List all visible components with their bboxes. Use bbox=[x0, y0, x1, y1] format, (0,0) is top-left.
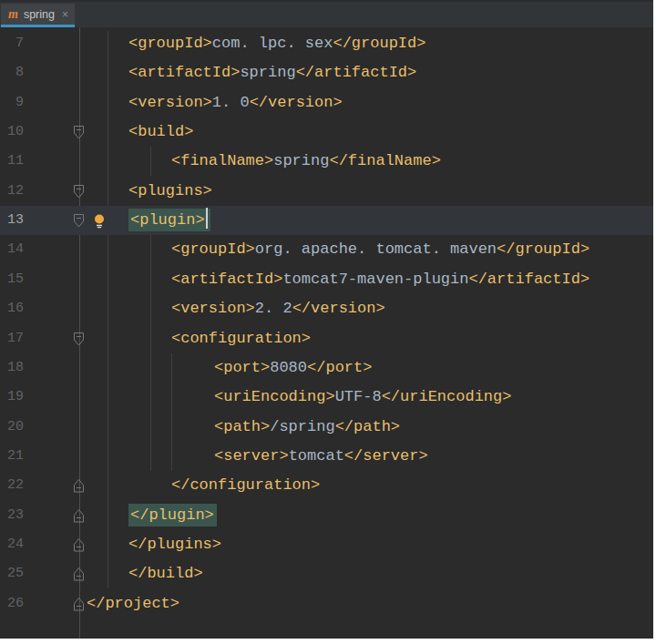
code-line[interactable]: 19<uriEncoding>UTF-8</uriEncoding> bbox=[0, 383, 653, 412]
code-line[interactable]: 23</plugin> bbox=[0, 501, 653, 530]
line-number: 8 bbox=[0, 58, 24, 87]
xml-value: /spring bbox=[270, 418, 334, 435]
line-number: 15 bbox=[0, 265, 24, 294]
fold-expand-icon[interactable] bbox=[73, 537, 86, 553]
xml-tag: </port> bbox=[307, 359, 372, 376]
code-line[interactable]: 12<plugins> bbox=[0, 177, 653, 206]
code-line[interactable]: 20<path>/spring</path> bbox=[0, 413, 653, 442]
maven-icon: m bbox=[8, 8, 18, 21]
line-number: 22 bbox=[0, 471, 24, 500]
code-line[interactable]: 18<port>8080</port> bbox=[0, 353, 653, 383]
code-text: </configuration> bbox=[171, 471, 320, 500]
close-icon[interactable]: × bbox=[62, 8, 68, 21]
code-text: <version>2. 2</version> bbox=[171, 294, 385, 323]
fold-collapse-icon[interactable] bbox=[73, 213, 86, 229]
code-text: <plugin> bbox=[128, 206, 210, 235]
code-line[interactable]: 24</plugins> bbox=[0, 530, 653, 559]
xml-tag: </groupId> bbox=[333, 35, 425, 52]
code-line[interactable]: 7<groupId>com. lpc. sex</groupId> bbox=[0, 29, 653, 58]
line-number: 14 bbox=[0, 235, 24, 264]
xml-tag: <groupId> bbox=[171, 240, 255, 258]
xml-tag: </uriEncoding> bbox=[382, 388, 512, 405]
code-text: </build> bbox=[128, 559, 203, 588]
xml-tag: </plugins> bbox=[128, 536, 221, 553]
code-line[interactable]: 16<version>2. 2</version> bbox=[0, 294, 653, 323]
code-text: <path>/spring</path> bbox=[214, 413, 400, 442]
code-text: <build> bbox=[128, 118, 193, 147]
xml-tag: <groupId> bbox=[128, 35, 212, 52]
code-line[interactable]: 15<artifactId>tomcat7-maven-plugin</arti… bbox=[0, 265, 653, 294]
code-text: </plugins> bbox=[128, 530, 221, 559]
xml-tag: </artifactId> bbox=[468, 271, 589, 288]
xml-tag: </groupId> bbox=[497, 240, 589, 258]
code-line[interactable]: 11<finalName>spring</finalName> bbox=[0, 147, 653, 176]
code-text: <uriEncoding>UTF-8</uriEncoding> bbox=[214, 383, 511, 412]
xml-tag: <server> bbox=[214, 447, 289, 465]
line-number: 7 bbox=[0, 29, 24, 58]
xml-tag: </path> bbox=[335, 418, 400, 435]
code-text: <plugins> bbox=[128, 177, 212, 206]
code-line[interactable]: 14<groupId>org. apache. tomcat. maven</g… bbox=[0, 235, 653, 264]
xml-tag: <version> bbox=[171, 300, 255, 317]
code-line[interactable]: 25</build> bbox=[0, 559, 653, 588]
code-line[interactable]: 10<build> bbox=[0, 118, 653, 147]
fold-expand-icon[interactable] bbox=[73, 478, 86, 494]
line-number: 12 bbox=[0, 177, 24, 206]
screenshot: m spring × 7<groupId>com. lpc. sex</grou… bbox=[0, 0, 656, 644]
xml-tag: <uriEncoding> bbox=[214, 388, 335, 405]
fold-expand-icon[interactable] bbox=[73, 597, 86, 612]
code-text: <finalName>spring</finalName> bbox=[171, 147, 441, 176]
xml-tag: </configuration> bbox=[171, 476, 320, 494]
line-number: 17 bbox=[0, 324, 24, 353]
xml-value: 8080 bbox=[270, 359, 307, 376]
code-line[interactable]: 13<plugin> bbox=[0, 206, 653, 235]
tab-spring[interactable]: m spring × bbox=[1, 4, 75, 27]
xml-tag: <version> bbox=[128, 94, 212, 111]
fold-collapse-icon[interactable] bbox=[73, 125, 86, 140]
fold-collapse-icon[interactable] bbox=[73, 184, 86, 199]
matched-xml-tag: <plugin> bbox=[128, 209, 210, 231]
xml-value: 2. 2 bbox=[255, 300, 292, 317]
code-text: </project> bbox=[87, 589, 179, 618]
xml-tag: <artifactId> bbox=[171, 271, 282, 288]
fold-expand-icon[interactable] bbox=[73, 508, 86, 524]
code-line[interactable]: 17<configuration> bbox=[0, 324, 653, 353]
code-text: <port>8080</port> bbox=[214, 353, 372, 383]
line-number: 16 bbox=[0, 294, 24, 323]
code-text: <server>tomcat</server> bbox=[214, 442, 428, 471]
line-number: 19 bbox=[0, 383, 24, 412]
fold-expand-icon[interactable] bbox=[73, 567, 86, 582]
text-caret bbox=[206, 208, 208, 229]
code-text: <groupId>org. apache. tomcat. maven</gro… bbox=[171, 235, 589, 264]
xml-tag: </artifactId> bbox=[296, 64, 417, 81]
editor[interactable]: 7<groupId>com. lpc. sex</groupId>8<artif… bbox=[0, 27, 653, 639]
code-text: <groupId>com. lpc. sex</groupId> bbox=[128, 29, 425, 58]
code-text: </plugin> bbox=[128, 501, 217, 530]
line-number: 10 bbox=[0, 118, 24, 147]
xml-tag: </server> bbox=[344, 447, 428, 465]
code-line[interactable]: 22</configuration> bbox=[0, 471, 653, 500]
ide-window: m spring × 7<groupId>com. lpc. sex</grou… bbox=[0, 0, 653, 639]
code-line[interactable]: 26</project> bbox=[0, 589, 653, 618]
line-number: 21 bbox=[0, 442, 24, 471]
line-number: 23 bbox=[0, 501, 24, 530]
code-line[interactable]: 9<version>1. 0</version> bbox=[0, 88, 653, 118]
fold-collapse-icon[interactable] bbox=[73, 332, 86, 347]
line-number: 20 bbox=[0, 413, 24, 442]
line-number: 11 bbox=[0, 147, 24, 176]
line-number: 25 bbox=[0, 559, 24, 588]
lightbulb-icon[interactable] bbox=[92, 213, 107, 229]
code-line[interactable]: 21<server>tomcat</server> bbox=[0, 442, 653, 471]
xml-value: org. apache. tomcat. maven bbox=[255, 240, 497, 258]
xml-value: UTF-8 bbox=[335, 388, 382, 405]
code-text: <configuration> bbox=[171, 324, 311, 353]
xml-tag: </finalName> bbox=[329, 152, 440, 169]
code-text: <version>1. 0</version> bbox=[128, 88, 343, 118]
xml-tag: <finalName> bbox=[171, 152, 273, 169]
xml-tag: <plugins> bbox=[128, 182, 212, 199]
code-text: <artifactId>tomcat7-maven-plugin</artifa… bbox=[171, 265, 589, 294]
xml-tag: <path> bbox=[214, 418, 270, 435]
xml-value: spring bbox=[273, 152, 329, 169]
code-line[interactable]: 8<artifactId>spring</artifactId> bbox=[0, 58, 653, 87]
xml-tag: <artifactId> bbox=[128, 64, 240, 81]
